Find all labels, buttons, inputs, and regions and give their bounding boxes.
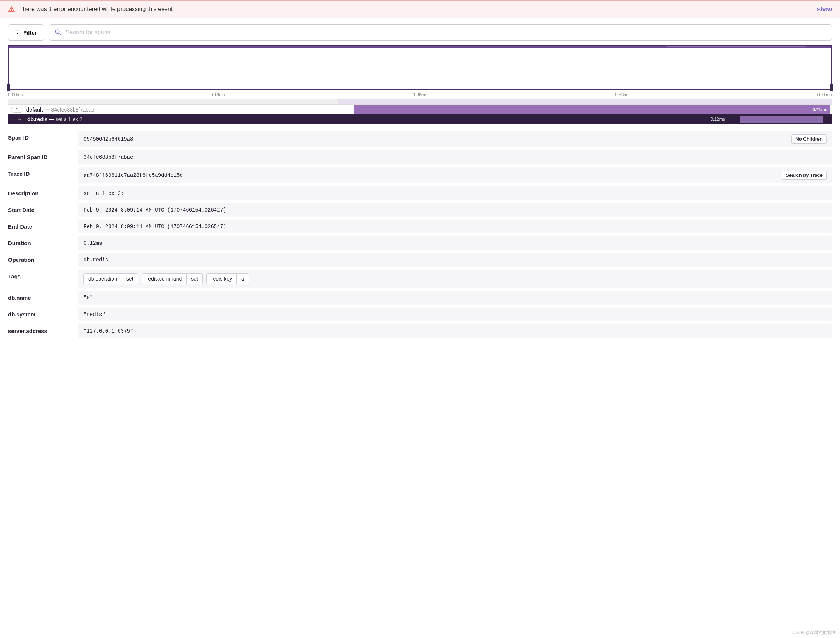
operation-value: db.redis	[78, 253, 832, 267]
detail-row-server-address: server.address "127.0.0.1:6379"	[8, 324, 832, 338]
filter-icon	[15, 30, 20, 36]
parent-span-label: default—34efe688b8f7abae	[26, 107, 95, 113]
search-by-trace-button[interactable]: Search by Trace	[781, 171, 827, 180]
detail-row-end-date: End Date Feb 9, 2024 8:09:14 AM UTC (170…	[8, 220, 832, 233]
tag-redis-key[interactable]: redis.keya	[207, 273, 249, 284]
db-system-value: "redis"	[78, 308, 832, 321]
detail-row-span-id: Span ID 05450642b64619a8 No Children	[8, 131, 832, 147]
tags-container: db.operationset redis.commandset redis.k…	[78, 270, 832, 288]
detail-row-parent-span-id: Parent Span ID 34efe688b8f7abae	[8, 150, 832, 164]
span-details: Span ID 05450642b64619a8 No Children Par…	[8, 131, 832, 338]
detail-row-operation: Operation db.redis	[8, 253, 832, 267]
end-date-value: Feb 9, 2024 8:09:14 AM UTC (1707466154.0…	[78, 220, 832, 233]
detail-row-trace-id: Trace ID aa748ff60611c7aa28f8fe5a9dd4e15…	[8, 167, 832, 183]
child-span-label: db.redis—set a 1 ex 2:	[27, 116, 84, 122]
search-icon	[55, 29, 61, 36]
timeline-ticks: 0.00ms 0.18ms 0.36ms 0.53ms 0.71ms	[0, 90, 840, 99]
child-duration: 0.12ms	[710, 117, 725, 122]
tick: 0.36ms	[413, 92, 427, 98]
detail-row-db-name: db.name "0"	[8, 291, 832, 305]
error-show-link[interactable]: Show	[817, 6, 832, 13]
timeline-handle-left[interactable]	[7, 84, 10, 91]
span-row-child[interactable]: db.redis—set a 1 ex 2: 0.12ms	[8, 114, 832, 124]
child-span-bar	[740, 115, 823, 123]
trace-id-value: aa748ff60611c7aa28f8fe5a9dd4e15d	[84, 172, 183, 178]
detail-row-tags: Tags db.operationset redis.commandset re…	[8, 270, 832, 288]
warning-icon	[8, 6, 15, 13]
svg-point-5	[55, 30, 60, 33]
filter-button[interactable]: Filter	[8, 24, 44, 41]
search-input[interactable]	[66, 25, 826, 40]
svg-point-1	[11, 10, 12, 11]
tick: 0.71ms	[818, 92, 832, 98]
tag-redis-command[interactable]: redis.commandset	[142, 273, 203, 284]
tick: 0.53ms	[615, 92, 630, 98]
tag-db-operation[interactable]: db.operationset	[84, 273, 138, 284]
duration-value: 0.12ms	[78, 236, 832, 250]
detail-row-db-system: db.system "redis"	[8, 308, 832, 321]
tree-connector-icon	[17, 117, 22, 122]
child-count-pill: 1	[11, 107, 23, 113]
span-row-parent[interactable]: 1 default—34efe688b8f7abae 0.71ms	[8, 105, 832, 114]
tick: 0.00ms	[8, 92, 22, 98]
filter-label: Filter	[23, 30, 37, 36]
db-name-value: "0"	[78, 291, 832, 305]
timeline-handle-right[interactable]	[830, 84, 833, 91]
parent-span-id-value: 34efe688b8f7abae	[78, 150, 832, 164]
svg-line-6	[59, 33, 60, 35]
error-banner: There was 1 error encountered while proc…	[0, 0, 840, 19]
timeline-child-indicator	[668, 46, 807, 47]
tick: 0.18ms	[210, 92, 225, 98]
timeline-minimap[interactable]	[8, 45, 832, 90]
error-message: There was 1 error encountered while proc…	[19, 6, 817, 13]
search-box[interactable]	[49, 24, 832, 41]
detail-row-duration: Duration 0.12ms	[8, 236, 832, 250]
span-header-strip	[8, 99, 832, 105]
parent-span-bar: 0.71ms	[354, 105, 830, 114]
server-address-value: "127.0.0.1:6379"	[78, 324, 832, 338]
span-id-value: 05450642b64619a8	[84, 136, 133, 142]
description-value: set a 1 ex 2:	[78, 186, 832, 200]
detail-row-description: Description set a 1 ex 2:	[8, 186, 832, 200]
parent-duration: 0.71ms	[812, 107, 827, 112]
no-children-button[interactable]: No Children	[791, 134, 827, 144]
start-date-value: Feb 9, 2024 8:09:14 AM UTC (1707466154.0…	[78, 203, 832, 217]
detail-row-start-date: Start Date Feb 9, 2024 8:09:14 AM UTC (1…	[8, 203, 832, 217]
